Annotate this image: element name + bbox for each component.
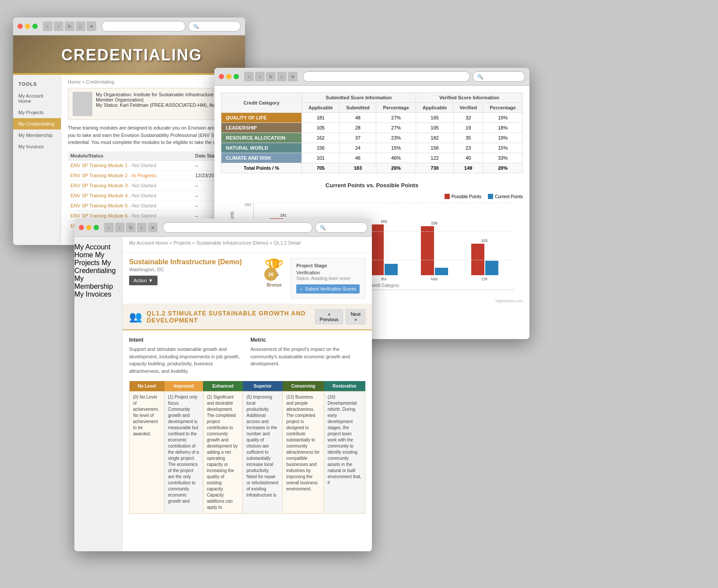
action-button[interactable]: Action ▼ — [129, 276, 158, 285]
category-ld: LEADERSHIP — [221, 123, 302, 133]
col-s-submitted: Submitted — [340, 103, 376, 113]
sidebar-title: TOOLS — [13, 81, 61, 90]
bar-x-label: RA — [381, 277, 387, 281]
back-button-2[interactable]: ‹ — [244, 72, 254, 81]
bar-label-top: 162 — [381, 219, 387, 224]
browser-chrome-2: ‹ › ↻ ⌂ ✕ — [214, 68, 529, 86]
bar-label-top: 101 — [481, 238, 488, 243]
total-row: Total Points / % 70518326% 73014920% — [221, 163, 523, 173]
sidebar-item-membership[interactable]: My Membership — [13, 130, 61, 141]
badge-label: Bronze — [267, 283, 282, 287]
sidebar-item-invoices[interactable]: My Invoices — [13, 141, 61, 152]
close-icon-3[interactable] — [79, 225, 84, 230]
bar-current — [435, 268, 448, 275]
site-header-title: CREDENTIALING — [61, 46, 202, 64]
maximize-icon-2[interactable] — [234, 74, 239, 79]
search-bar-2[interactable] — [473, 71, 525, 82]
sidebar-item-account-home[interactable]: My Account Home — [13, 90, 61, 107]
home-button-2[interactable]: ⌂ — [277, 72, 287, 81]
check-icon: ✓ — [300, 287, 303, 291]
sidebar-item-credentialing[interactable]: My Credentialing — [13, 118, 61, 130]
maximize-icon[interactable] — [32, 24, 38, 29]
badge-score: 26 — [264, 268, 277, 281]
minimize-icon[interactable] — [25, 24, 30, 29]
category-nw: NATURAL WORLD — [221, 143, 302, 153]
project-info: Sustainable Infrastructure (Demo) Washin… — [129, 258, 258, 285]
bar-label-top: 181 — [280, 213, 287, 217]
table-row: QUALITY OF LIFE 1814827% 1653219% — [221, 113, 523, 123]
back-button[interactable]: ‹ — [43, 21, 53, 31]
close-icon-2[interactable] — [219, 74, 224, 79]
table-row: ENV SP Training Module 2 - In Progress 1… — [68, 170, 238, 180]
stop-button-2[interactable]: ✕ — [288, 72, 298, 81]
address-bar-1[interactable] — [102, 21, 186, 32]
org-status: My Status: Karl Feldman (FREE ASSOCIATED… — [96, 102, 234, 108]
sidebar-3: My Account Home My Projects My Credentia… — [74, 237, 123, 551]
browser-nav-1: ‹ › ↻ ⌂ ✕ — [43, 21, 96, 31]
table-row: ENV SP Training Module 3 - Not Started – — [68, 180, 238, 190]
intent-title: Intent — [129, 337, 244, 343]
search-bar-1[interactable] — [188, 21, 241, 32]
bar-group-nw: 156 NW — [421, 221, 448, 281]
sidebar-item-invoices-3[interactable]: My Invoices — [74, 290, 111, 298]
prev-button[interactable]: « Previous — [315, 309, 343, 324]
stop-button-3[interactable]: ✕ — [148, 223, 158, 232]
home-button[interactable]: ⌂ — [76, 21, 85, 31]
address-bar-2[interactable] — [303, 71, 470, 82]
stop-button[interactable]: ✕ — [87, 21, 96, 31]
module-link[interactable]: ENV SP Training Module 6 - Not Started — [70, 213, 156, 218]
org-info-box: My Organization: Institute for Sustainab… — [68, 88, 238, 120]
category-ra: RESOURCE ALLOCATION — [221, 133, 302, 143]
stage-title: Project Stage — [296, 263, 360, 268]
metric-text: Assessment of the project's impact on th… — [251, 346, 366, 368]
table-row: ENV SP Training Module 1 - Not Started – — [68, 160, 238, 170]
level-cell-4: (13) Business and people attractiveness.… — [283, 392, 324, 514]
browser-window-1: ‹ › ↻ ⌂ ✕ CREDENTIALING TOOLS My Account… — [13, 18, 245, 245]
close-icon[interactable] — [18, 24, 23, 29]
browser-window-3: ‹ › ↻ ⌂ ✕ My Account Home My Projects My… — [74, 219, 372, 551]
table-row: LEADERSHIP 1052827% 1051918% — [221, 123, 523, 133]
reload-button-2[interactable]: ↻ — [266, 72, 276, 81]
level-table: No Level Improved Enhanced Superior Cons… — [129, 381, 365, 514]
next-button[interactable]: Next » — [346, 309, 365, 324]
detail-content: Intent Support and stimulate sustainable… — [123, 330, 372, 520]
level-col-5: Restorative — [324, 381, 365, 392]
sidebar-item-projects[interactable]: My Projects — [13, 107, 61, 118]
maximize-icon-3[interactable] — [94, 225, 99, 230]
forward-button-2[interactable]: › — [255, 72, 265, 81]
chart-title: Current Points vs. Possible Points — [221, 182, 523, 189]
sidebar-item-membership-3[interactable]: My Membership — [74, 275, 113, 290]
reload-button[interactable]: ↻ — [65, 21, 74, 31]
table-row: ENV SP Training Module 4 - Not Started – — [68, 190, 238, 200]
forward-button[interactable]: › — [54, 21, 63, 31]
forward-button-3[interactable]: › — [115, 223, 125, 232]
back-button-3[interactable]: ‹ — [104, 223, 114, 232]
col-module: Module/Status — [68, 151, 193, 161]
sidebar-item-account-home-3[interactable]: My Account Home — [74, 243, 111, 259]
submit-verification-button[interactable]: ✓ Submit Verification Scores — [296, 284, 360, 294]
project-name: Sustainable Infrastructure (Demo) — [129, 258, 258, 266]
table-row: RESOURCE ALLOCATION 1623723% 1823519% — [221, 133, 523, 143]
bar-x-label: CR — [482, 277, 487, 281]
intent-block: Intent Support and stimulate sustainable… — [129, 337, 244, 374]
traffic-lights-3 — [79, 225, 99, 230]
search-bar-3[interactable] — [315, 222, 368, 233]
module-link[interactable]: ENV SP Training Module 4 - Not Started — [70, 193, 156, 198]
module-link[interactable]: ENV SP Training Module 3 - Not Started — [70, 183, 156, 188]
module-link[interactable]: ENV SP Training Module 5 - Not Started — [70, 203, 156, 208]
bar-possible — [371, 224, 384, 275]
minimize-icon-2[interactable] — [226, 74, 231, 79]
browser-chrome-1: ‹ › ↻ ⌂ ✕ — [13, 18, 245, 35]
reload-button-3[interactable]: ↻ — [126, 223, 136, 232]
nav-buttons: « Previous Next » — [315, 309, 365, 324]
home-button-3[interactable]: ⌂ — [137, 223, 147, 232]
module-link[interactable]: ENV SP Training Module 2 - In Progress — [70, 173, 157, 178]
level-col-1: Improved — [165, 381, 203, 392]
bar-current — [385, 264, 398, 275]
module-link[interactable]: ENV SP Training Module 1 - Not Started — [70, 163, 156, 168]
main-content-3: My Account Home » Projects » Sustainable… — [123, 237, 372, 551]
bars-nw — [421, 226, 448, 275]
address-bar-3[interactable] — [163, 222, 312, 233]
org-info-text: My Organization: Institute for Sustainab… — [96, 92, 234, 108]
minimize-icon-3[interactable] — [86, 225, 91, 230]
